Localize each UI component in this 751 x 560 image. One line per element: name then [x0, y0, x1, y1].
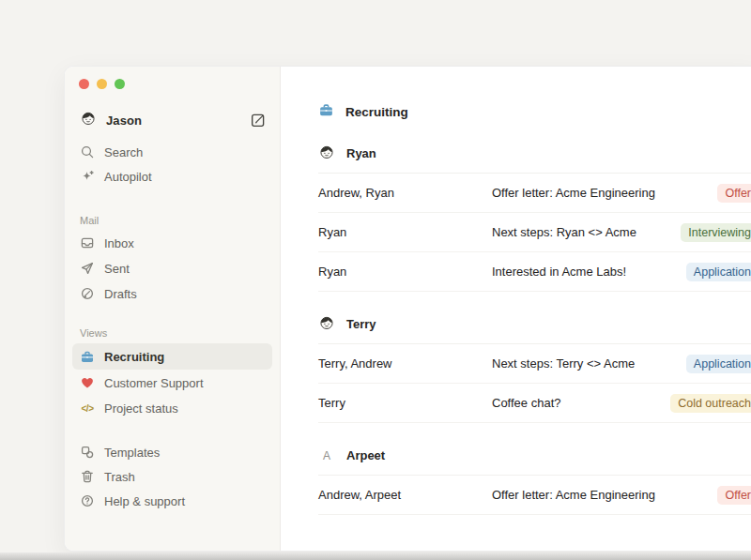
status-badge: Cold outreach [670, 394, 751, 413]
face-avatar [318, 144, 335, 164]
sidebar-item-recruiting[interactable]: Recruiting [72, 343, 272, 370]
email-row-ryan-1[interactable]: Ryan Next steps: Ryan <> Acme Interviewi… [318, 213, 751, 252]
sidebar-item-search[interactable]: Search [72, 140, 272, 164]
trash-icon [80, 469, 95, 484]
email-row-andrew-ryan-0[interactable]: Andrew, Ryan Offer letter: Acme Engineer… [318, 174, 751, 213]
sidebar-item-drafts[interactable]: Drafts [72, 281, 272, 306]
sparkle-icon [80, 169, 95, 184]
user-row[interactable]: Jason [72, 107, 272, 133]
row-subject: Next steps: Terry <> Acme [492, 356, 635, 371]
group-terry: Terry Terry, Andrew Next steps: Terry <>… [318, 305, 751, 423]
email-row-ryan-2[interactable]: Ryan Interested in Acme Labs! Applicatio… [318, 252, 751, 292]
desktop-background: Jason Search Autopilot Mail Inbox Sent D… [0, 0, 751, 560]
row-subject: Offer letter: Acme Engineering [492, 186, 655, 200]
sidebar-item-inbox[interactable]: Inbox [72, 231, 272, 255]
group-arpeet: AArpeet Andrew, Arpeet Offer letter: Acm… [318, 436, 751, 515]
user-name: Jason [106, 114, 142, 128]
row-sender: Terry [318, 396, 492, 410]
section-label-mail: Mail [72, 209, 272, 226]
status-badge: Offer [717, 184, 751, 203]
sidebar-item-customer-support[interactable]: Customer Support [72, 371, 272, 395]
help-icon [80, 493, 95, 508]
send-icon [80, 261, 95, 276]
group-name: Terry [346, 317, 376, 331]
row-subject: Offer letter: Acme Engineering [492, 488, 655, 502]
email-groups: Ryan Andrew, Ryan Offer letter: Acme Eng… [318, 134, 751, 515]
email-row-andrew-arpeet-0[interactable]: Andrew, Arpeet Offer letter: Acme Engine… [318, 476, 751, 515]
group-name: Ryan [346, 146, 376, 160]
sidebar-item-sent[interactable]: Sent [72, 256, 272, 280]
sidebar-sections: Mail Inbox Sent DraftsViews Recruiting C… [72, 209, 272, 420]
group-header: Ryan [318, 134, 751, 174]
status-badge: Offer [717, 486, 751, 505]
sidebar: Jason Search Autopilot Mail Inbox Sent D… [65, 67, 281, 551]
main-content: Recruiting Ryan Andrew, Ryan Offer lette… [281, 67, 751, 551]
zoom-button[interactable] [115, 79, 125, 89]
letter-avatar: A [318, 447, 335, 464]
group-name: Arpeet [346, 448, 385, 462]
section-label-views: Views [72, 322, 272, 339]
sidebar-item-autopilot[interactable]: Autopilot [72, 164, 272, 189]
inbox-icon [80, 235, 95, 250]
sidebar-bottom-items: Templates Trash Help & support [72, 440, 272, 513]
drafts-icon [80, 286, 95, 301]
row-sender: Andrew, Arpeet [318, 488, 492, 502]
compose-button[interactable] [250, 112, 267, 129]
sidebar-item-help-support[interactable]: Help & support [72, 489, 272, 513]
status-badge: Interviewing [681, 223, 751, 242]
status-badge: Application [686, 263, 751, 281]
row-sender: Ryan [318, 225, 492, 239]
close-button[interactable] [79, 79, 89, 89]
status-badge: Application [686, 355, 751, 373]
row-subject: Next steps: Ryan <> Acme [492, 225, 636, 239]
row-sender: Terry, Andrew [318, 356, 492, 371]
window-controls [72, 75, 272, 94]
code-icon: </> [80, 401, 95, 416]
sidebar-item-trash[interactable]: Trash [72, 464, 272, 489]
sidebar-item-templates[interactable]: Templates [72, 440, 272, 464]
face-avatar [318, 314, 335, 335]
row-sender: Ryan [318, 265, 492, 279]
group-header: AArpeet [318, 436, 751, 476]
search-icon [80, 144, 95, 159]
main-header: Recruiting [318, 102, 751, 121]
group-header: Terry [318, 305, 751, 344]
app-window: Jason Search Autopilot Mail Inbox Sent D… [64, 66, 751, 552]
email-row-terry-andrew-0[interactable]: Terry, Andrew Next steps: Terry <> Acme … [318, 344, 751, 384]
page-title: Recruiting [345, 105, 408, 119]
templates-icon [80, 445, 95, 460]
user-avatar [80, 110, 97, 130]
group-ryan: Ryan Andrew, Ryan Offer letter: Acme Eng… [318, 134, 751, 292]
sidebar-item-project-status[interactable]: </> Project status [72, 396, 272, 420]
row-subject: Interested in Acme Labs! [492, 265, 626, 279]
briefcase-icon [318, 102, 334, 122]
screen-bottom-bar [0, 552, 751, 560]
email-row-terry-1[interactable]: Terry Coffee chat? Cold outreach [318, 384, 751, 423]
row-subject: Coffee chat? [492, 396, 560, 410]
briefcase-icon [80, 349, 95, 364]
heart-icon [80, 375, 95, 390]
row-sender: Andrew, Ryan [318, 186, 492, 200]
minimize-button[interactable] [97, 79, 107, 89]
sidebar-top-items: Search Autopilot [72, 140, 272, 189]
